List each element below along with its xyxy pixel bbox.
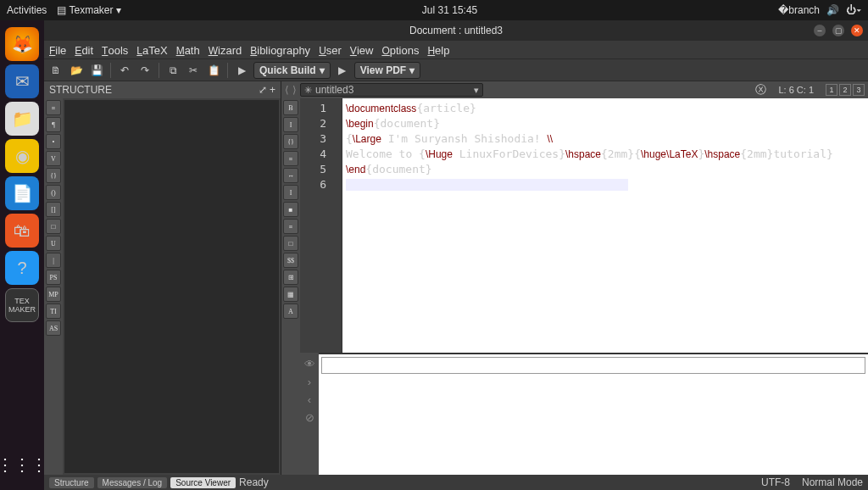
software-icon[interactable]: 🛍 [5, 214, 39, 248]
menubar: File Edit Tools LaTeX Math Wizard Biblio… [44, 41, 868, 59]
status-source-button[interactable]: Source Viewer [170, 477, 236, 488]
menu-options[interactable]: Options [381, 44, 419, 57]
quick-build-dropdown[interactable]: Quick Build ▾ [253, 62, 331, 79]
files-icon[interactable]: 📁 [5, 102, 39, 136]
structure-tool-icon[interactable]: () [46, 185, 61, 200]
menu-view[interactable]: View [350, 44, 374, 57]
maximize-button[interactable]: ▢ [832, 25, 844, 36]
structure-expand-icon[interactable]: ⤢ [259, 84, 267, 96]
cursor-position: L: 6 C: 1 [778, 85, 814, 95]
rhythmbox-icon[interactable]: ◉ [5, 139, 39, 173]
menu-file[interactable]: File [49, 44, 66, 57]
writer-icon[interactable]: 📄 [5, 176, 39, 210]
editor-tool-icon[interactable]: {} [283, 134, 298, 149]
find-input[interactable] [321, 357, 865, 374]
redo-button[interactable]: ↷ [136, 62, 153, 79]
editor-tool-icon[interactable]: □ [283, 236, 298, 251]
help-icon[interactable]: ? [5, 251, 39, 285]
structure-tool-icon[interactable]: AS [46, 320, 61, 336]
structure-add-icon[interactable]: + [270, 84, 275, 96]
activities-button[interactable]: Activities [7, 4, 47, 16]
thunderbird-icon[interactable]: ✉ [5, 64, 39, 98]
editor-side: ⟨ ⟩ ✳ untitled3▾ ⓧ L: 6 C: 1 1 2 3 BI{}≡… [281, 81, 868, 475]
structure-title: STRUCTURE [49, 84, 112, 96]
structure-tool-icon[interactable]: | [46, 253, 61, 268]
main-toolbar: 🗎 📂 💾 ↶ ↷ ⧉ ✂ 📋 ▶ Quick Build ▾ ▶ View P… [44, 59, 868, 81]
status-ready: Ready [239, 476, 269, 488]
structure-tool-icon[interactable]: TI [46, 303, 61, 319]
texmaker-window: Document : untitled3 – ▢ ✕ File Edit Too… [44, 20, 868, 490]
code-editor[interactable]: 123456 \documentclass{article} \begin{do… [300, 98, 868, 353]
menu-help[interactable]: Help [427, 44, 449, 57]
pane-3-button[interactable]: 3 [853, 84, 865, 96]
structure-tool-icon[interactable]: [] [46, 202, 61, 217]
minimize-button[interactable]: – [814, 25, 826, 36]
status-messages-button[interactable]: Messages / Log [97, 477, 168, 488]
editor-tool-icon[interactable]: ≡ [283, 219, 298, 234]
editor-tool-icon[interactable]: $$ [283, 253, 298, 268]
status-structure-button[interactable]: Structure [49, 477, 94, 488]
editor-tool-icon[interactable]: B [283, 100, 298, 115]
editor-tool-icon[interactable]: A [283, 303, 298, 319]
volume-icon[interactable]: 🔊 [826, 4, 839, 16]
document-tab[interactable]: ✳ untitled3▾ [300, 83, 483, 97]
pane-2-button[interactable]: 2 [839, 84, 851, 96]
copy-button[interactable]: ⧉ [164, 62, 181, 79]
menu-bibliography[interactable]: Bibliography [250, 44, 310, 57]
menu-tools[interactable]: Tools [102, 44, 128, 57]
message-panel [319, 353, 868, 475]
find-next-icon[interactable]: › [308, 376, 311, 388]
window-titlebar: Document : untitled3 – ▢ ✕ [44, 20, 868, 41]
cut-button[interactable]: ✂ [185, 62, 202, 79]
menu-edit[interactable]: Edit [75, 44, 93, 57]
structure-tool-icon[interactable]: V [46, 151, 61, 166]
editor-tabbar: ⟨ ⟩ ✳ untitled3▾ ⓧ L: 6 C: 1 1 2 3 [281, 81, 868, 98]
structure-tool-icon[interactable]: PS [46, 270, 61, 285]
structure-tool-icon[interactable]: MP [46, 287, 61, 302]
menu-user[interactable]: User [319, 44, 342, 57]
find-close-icon[interactable]: ⊘ [305, 411, 314, 424]
pane-1-button[interactable]: 1 [826, 84, 837, 96]
editor-tool-icon[interactable]: I [283, 117, 298, 132]
structure-tool-icon[interactable]: U [46, 236, 61, 251]
show-apps-icon[interactable]: ⋮⋮⋮ [5, 448, 39, 482]
paste-button[interactable]: 📋 [205, 62, 222, 79]
structure-tool-icon[interactable]: □ [46, 219, 61, 234]
close-tab-icon[interactable]: ⓧ [755, 82, 766, 97]
texmaker-icon[interactable]: TEXMAKER [5, 288, 39, 322]
menu-math[interactable]: Math [176, 44, 200, 57]
next-tab-button[interactable]: ⟩ [292, 84, 297, 96]
undo-button[interactable]: ↶ [116, 62, 133, 79]
structure-tool-icon[interactable]: ¶ [46, 117, 61, 132]
menu-latex[interactable]: LaTeX [136, 44, 167, 57]
clock[interactable]: Jul 31 15:45 [121, 4, 778, 16]
close-button[interactable]: ✕ [851, 25, 863, 36]
power-icon[interactable]: ⏻▾ [846, 4, 861, 16]
run-view-button[interactable]: ▶ [334, 62, 351, 79]
structure-tree[interactable] [64, 100, 279, 473]
find-toggle-icon[interactable]: 👁 [304, 358, 315, 370]
editor-tool-icon[interactable]: ⊞ [283, 270, 298, 285]
menu-wizard[interactable]: Wizard [209, 44, 242, 57]
view-pdf-dropdown[interactable]: View PDF ▾ [354, 62, 420, 79]
code-content[interactable]: \documentclass{article} \begin{document}… [342, 98, 868, 353]
prev-tab-button[interactable]: ⟨ [285, 84, 289, 96]
save-file-button[interactable]: 💾 [88, 62, 105, 79]
run-build-button[interactable]: ▶ [233, 62, 250, 79]
ubuntu-dock: 🦊 ✉ 📁 ◉ 📄 🛍 ? TEXMAKER ⋮⋮⋮ [0, 20, 44, 490]
editor-tool-icon[interactable]: I [283, 185, 298, 200]
open-file-button[interactable]: 📂 [68, 62, 85, 79]
new-file-button[interactable]: 🗎 [47, 62, 64, 79]
editor-tool-icon[interactable]: ≡ [283, 151, 298, 166]
structure-tool-icon[interactable]: ≡ [46, 100, 61, 115]
editor-tool-icon[interactable]: ↔ [283, 168, 298, 183]
network-icon[interactable]: �branch [778, 4, 820, 16]
structure-tool-icon[interactable]: {} [46, 168, 61, 183]
editor-tool-icon[interactable]: ■ [283, 202, 298, 217]
find-prev-icon[interactable]: ‹ [308, 393, 311, 406]
editor-tool-icon[interactable]: ▦ [283, 287, 298, 302]
app-menu-indicator[interactable]: ▤ Texmaker ▾ [57, 4, 120, 16]
gnome-topbar: Activities ▤ Texmaker ▾ Jul 31 15:45 �br… [0, 0, 868, 20]
structure-tool-icon[interactable]: • [46, 134, 61, 149]
firefox-icon[interactable]: 🦊 [5, 27, 39, 61]
